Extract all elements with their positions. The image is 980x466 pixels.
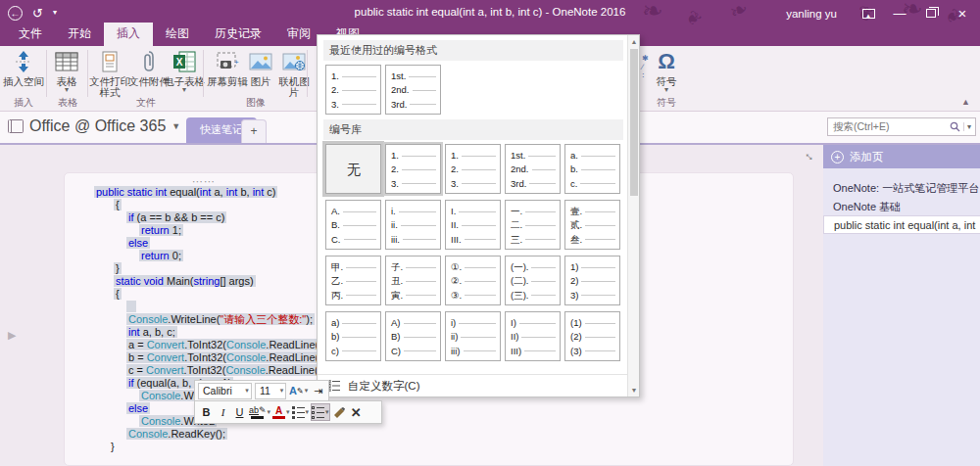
group-label-symbols: 符号 [649,96,684,110]
font-size-combo[interactable]: 11▾ [255,383,286,399]
restore-button[interactable] [917,3,945,24]
text-highlight-button[interactable]: ab✎▾ [249,403,270,421]
page-list-item[interactable]: OneNote: 一站式笔记管理平台 [823,178,980,197]
numbering-option[interactable]: 1st.2nd.3rd. [505,144,561,194]
svg-text:+: + [234,58,239,67]
numbering-option[interactable]: a.b.c. [564,144,620,194]
user-name[interactable]: yanling yu [786,8,837,20]
code-line: if (a == b && b == c) [94,211,331,224]
numbering-option[interactable]: 壹.贰.叁. [564,200,620,250]
symbol-button[interactable]: Ω 符号 ▾ [649,49,684,93]
page-list: OneNote: 一站式笔记管理平台 OneNote 基础 public sta… [823,168,980,234]
numbering-option[interactable]: ①.②.③. [445,256,501,305]
underline-button[interactable]: U [232,403,247,421]
numbering-option[interactable]: 1.2.3. [385,144,441,194]
format-painter-button[interactable] [332,403,347,421]
font-color-button[interactable]: A▾ [272,403,290,421]
insert-space-button[interactable]: 插入空间 [2,49,45,87]
code-line: } [94,441,331,453]
italic-button[interactable]: I [216,403,230,421]
spreadsheet-button[interactable]: X 电子表格 ▾ [163,49,206,93]
numbering-option[interactable]: i)ii)iii) [445,311,501,361]
tab-insert[interactable]: 插入 [104,23,153,46]
code-line: int a, b, c; [94,326,331,339]
new-section-tab[interactable]: + [241,119,267,143]
styles-button[interactable]: A✎▾ [289,382,308,399]
search-input[interactable]: 搜索(Ctrl+E) ▾ [827,117,976,136]
numbering-button[interactable]: ▾ [311,403,330,421]
delete-button[interactable]: ✕ [349,403,364,421]
table-dropdown-caret: ▾ [65,87,69,93]
picture-icon [249,49,272,74]
code-line: } [94,262,331,275]
increase-indent-button[interactable]: ⇥ [311,382,325,399]
search-scope-caret[interactable]: ▾ [963,122,971,131]
numbering-option[interactable]: 1.2.3. [325,65,381,115]
close-button[interactable]: × [949,3,976,24]
svg-text:X: X [176,57,183,68]
code-line: static void Main(string[] args) [94,275,331,288]
insert-space-icon [14,49,33,74]
tab-home[interactable]: 开始 [55,23,104,46]
group-label-insert: 插入 [0,96,47,110]
notebook-icon [8,119,24,133]
numbering-option[interactable]: 子.丑.寅. [385,256,441,305]
page-list-item-selected[interactable]: public static int equal(int a, int [823,215,980,234]
code-line [94,301,331,313]
numbering-option[interactable]: i.ii.iii. [385,200,441,250]
numbering-option[interactable]: 1st.2nd.3rd. [385,65,441,115]
numbering-option[interactable]: 甲.乙.丙. [325,256,381,305]
table-button[interactable]: 表格 ▾ [47,49,86,93]
numbering-option[interactable]: A.B.C. [325,200,381,250]
scroll-up-icon[interactable]: ▲ [628,35,640,48]
page-list-item[interactable]: OneNote 基础 [823,197,980,215]
numbering-option-none[interactable]: 无 [325,144,381,194]
numbering-option[interactable]: 一.二.三. [505,200,561,250]
expand-page-list-icon[interactable]: ↔ [801,146,823,168]
tab-draw[interactable]: 绘图 [153,23,202,46]
symbol-dropdown-caret: ▾ [664,87,668,93]
pictures-button[interactable]: 图片 [245,49,276,87]
code-line: a = Convert.ToInt32(Console.ReadLine()); [94,339,331,351]
notebook-selector[interactable]: Office @ Office 365 ▼ [8,117,180,135]
code-line: { [94,288,331,301]
numbering-option[interactable]: (一).(二).(三). [505,256,561,305]
collapse-ribbon-button[interactable]: ▲ [961,97,970,107]
add-page-button[interactable]: + 添加页 [823,145,980,168]
numbering-option[interactable]: A)B)C) [385,311,441,361]
file-printout-button[interactable]: 文件打印样式 [88,49,131,98]
numbering-library-header: 编号库 [323,119,623,140]
code-line: { [94,199,331,211]
numbering-option[interactable]: I.II.III. [445,200,501,250]
numbering-option[interactable]: (1)(2)(3) [564,311,620,361]
paragraph-handle[interactable]: ▶ [8,329,16,342]
numbering-option[interactable]: a)b)c) [325,311,381,361]
customize-numbering-item[interactable]: 自定义数字(C) [318,374,627,396]
font-name-combo[interactable]: Calibri▾ [198,383,252,399]
table-icon [55,49,78,74]
ribbon-display-options-button[interactable]: ▴ [855,3,882,24]
numbering-option[interactable]: 1.2.3. [445,144,501,194]
scroll-down-icon[interactable]: ▼ [628,384,640,396]
group-label-table: 表格 [47,96,88,110]
mini-toolbar-row1: Calibri▾ 11▾ A✎▾ ⇥ [194,380,329,401]
notebook-name: Office @ Office 365 [29,117,166,135]
group-label-files: 文件 [88,96,204,110]
spreadsheet-dropdown-caret: ▾ [182,87,186,93]
code-line: Console.ReadKey(); [94,428,331,441]
bullets-button[interactable]: ▾ [292,403,310,421]
omega-symbol-icon: Ω [658,49,675,74]
tab-history[interactable]: 历史记录 [202,23,274,46]
online-pictures-button[interactable]: 联机图片 [274,49,314,98]
dropdown-scrollbar[interactable]: ▲ ▼ [627,35,639,396]
screen-clipping-button[interactable]: + 屏幕剪辑 [206,49,249,87]
tab-file[interactable]: 文件 [6,23,55,46]
numbered-list-icon [327,380,341,392]
search-icon[interactable] [950,121,960,132]
scrollbar-thumb[interactable] [630,49,638,196]
minimize-button[interactable]: — [886,3,913,24]
notebook-dropdown-caret: ▼ [172,121,180,131]
numbering-option[interactable]: I)II)III) [505,311,561,361]
numbering-option[interactable]: 1)2)3) [564,256,620,305]
bold-button[interactable]: B [199,403,214,421]
